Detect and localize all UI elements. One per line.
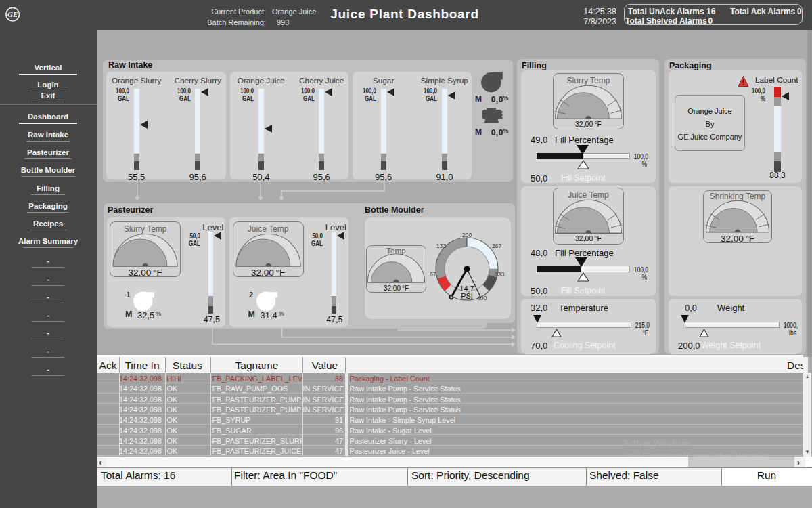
svg-text:GE: GE	[7, 10, 18, 18]
svg-text:!: !	[742, 79, 744, 86]
